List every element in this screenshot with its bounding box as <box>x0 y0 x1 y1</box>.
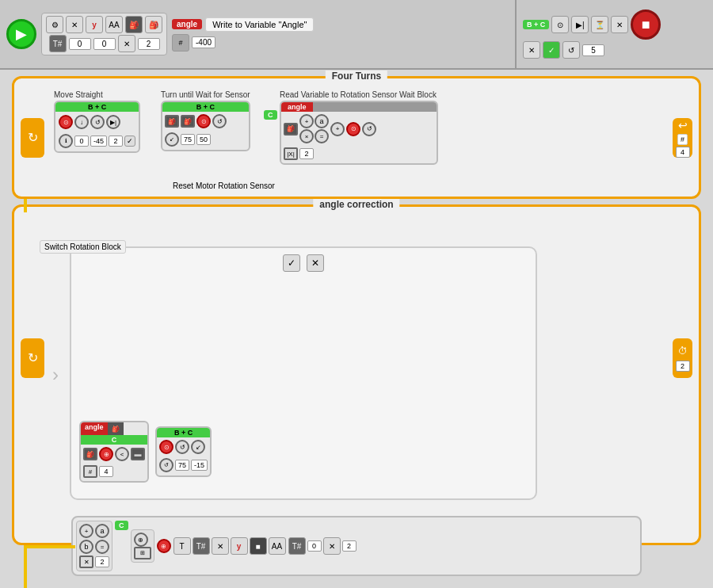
ai-brief-dark: 🎒 <box>109 422 123 435</box>
di-square[interactable]: ■ <box>250 537 267 555</box>
move-straight-block[interactable]: B + C ⊙ ↓ ↺ ▶| ℹ 0 -45 2 ✓ <box>54 101 140 153</box>
tb-num-0b[interactable]: 0 <box>93 38 116 50</box>
m2-ref: ↺ <box>159 458 173 472</box>
dg-plus: ⊕ <box>134 533 148 547</box>
reset-motor-label: Reset Motor Rotation Sensor <box>173 181 275 190</box>
stop-button[interactable]: ■ <box>631 10 661 40</box>
tu-arrow: ↺ <box>212 114 227 128</box>
tu-val-50[interactable]: 50 <box>196 134 211 145</box>
play-button[interactable]: ▶ <box>6 19 36 49</box>
display-block[interactable]: Display Motor Rotation Sensor + a b = ✕ … <box>71 516 642 576</box>
dn-val-2[interactable]: 2 <box>342 540 356 552</box>
rt-num-5[interactable]: 5 <box>582 44 604 56</box>
ac-time: ⏱ <box>676 344 690 358</box>
di-y[interactable]: y <box>231 537 248 555</box>
tb-icon-1[interactable]: ⚙ <box>46 16 63 33</box>
angle-inner-block[interactable]: angle 🎒 C 🎒 ⊕ < ▬ # 4 <box>79 421 149 483</box>
ms-val-2[interactable]: 2 <box>109 136 123 147</box>
switch-inner-blocks: angle 🎒 C 🎒 ⊕ < ▬ # 4 <box>79 421 212 483</box>
disp-math-val: ✕ 2 <box>79 556 109 568</box>
rt-check[interactable]: ✓ <box>543 41 560 59</box>
turn-header-bc: B + C <box>162 102 249 112</box>
read-variable-label: Read Variable to Rotation Sensor Wait Bl… <box>280 90 438 99</box>
turn-until-block[interactable]: B + C 🎒 🎒 ⊙ ↺ ↙ 75 50 <box>161 101 250 151</box>
disp-math-grid: + a b = <box>79 524 109 554</box>
m2-rot: ↙ <box>191 440 205 454</box>
dm-num-2[interactable]: 2 <box>95 556 109 567</box>
ms-check[interactable]: ✓ <box>124 136 135 147</box>
ac-right-connector: ⏱ 2 <box>673 338 692 378</box>
tb-icon-aa[interactable]: AA <box>105 16 123 33</box>
di-aa[interactable]: AA <box>269 537 286 555</box>
ac-val-2[interactable]: 2 <box>676 361 690 372</box>
x-button[interactable]: ✕ <box>307 254 324 272</box>
angle-inner-body: 🎒 ⊕ < ▬ <box>81 445 147 464</box>
rt-x2[interactable]: ✕ <box>523 41 540 59</box>
read-variable-block[interactable]: angle 🎒 + a × = + ⊙ ↺ |X| <box>280 101 438 165</box>
di-hash[interactable]: T# <box>193 537 210 555</box>
dn-x2[interactable]: ✕ <box>323 537 341 555</box>
m2-val-neg15[interactable]: -15 <box>191 460 208 471</box>
wire-v1 <box>24 199 27 212</box>
move2-block[interactable]: B + C ⊙ ↺ ↙ ↺ 75 -15 <box>155 426 212 477</box>
tb-icon-3[interactable]: 🎒 <box>145 16 162 33</box>
main-canvas: Four Turns ↻ Move Straight B + C ⊙ ↓ ↺ ▶… <box>0 70 713 588</box>
read-var-headers: angle <box>281 102 437 112</box>
tb-icon-y[interactable]: y <box>86 16 103 33</box>
switch-rotation-label: Switch Rotation Block <box>40 240 126 254</box>
lr-num4[interactable]: 4 <box>676 147 690 158</box>
disp-num-row: T# 0 ✕ 2 <box>288 537 356 555</box>
rv-angle-tag: angle <box>281 102 313 112</box>
four-turns-loop: Four Turns ↻ Move Straight B + C ⊙ ↓ ↺ ▶… <box>12 76 701 199</box>
toolbar-block-1: ⚙ ✕ y AA 🎒 🎒 T# 0 0 ✕ 2 <box>41 13 167 55</box>
tu-brief: 🎒 <box>165 115 179 128</box>
move2-body: ⊙ ↺ ↙ <box>157 437 210 456</box>
rt-hourglass[interactable]: ⏳ <box>591 16 608 33</box>
angle-inner-dark: 🎒 <box>108 422 124 435</box>
move-straight-label: Move Straight <box>54 90 140 99</box>
ai-val-4[interactable]: 4 <box>99 466 113 477</box>
angle-inner-c: C <box>81 435 147 445</box>
tb-hash[interactable]: # <box>172 34 189 52</box>
tu-brief2: 🎒 <box>181 115 195 128</box>
dn-t[interactable]: T# <box>288 537 306 555</box>
disp-c-tag: C <box>115 521 128 530</box>
rv-mul: × <box>299 129 314 143</box>
top-toolbar-right: B + C ⊙ ▶| ⏳ ✕ ■ ✕ ✓ ↺ 5 <box>515 0 713 70</box>
dm-b: b <box>79 540 93 554</box>
disp-icons-row: T T# ✕ y ■ AA <box>173 537 286 555</box>
rv-a: a <box>315 114 329 128</box>
tb-num-2[interactable]: 2 <box>138 38 160 50</box>
wire-h1 <box>24 545 75 548</box>
dn-val-0[interactable]: 0 <box>307 540 322 552</box>
ms-val-neg45[interactable]: -45 <box>90 136 107 147</box>
read-var-body: 🎒 + a × = + ⊙ ↺ <box>281 112 437 146</box>
rt-refresh[interactable]: ↺ <box>562 41 580 59</box>
check-button[interactable]: ✓ <box>283 254 300 272</box>
top-toolbar-left: ▶ ⚙ ✕ y AA 🎒 🎒 T# 0 0 ✕ 2 angle Write to… <box>0 0 523 70</box>
ms-icon1: ⊙ <box>59 115 73 129</box>
ms-val-0[interactable]: 0 <box>74 136 89 147</box>
m2-val-75[interactable]: 75 <box>175 460 189 471</box>
tb-icon-t[interactable]: T# <box>49 35 67 52</box>
rt-play[interactable]: ▶| <box>571 16 589 33</box>
rv-absbar: |X| <box>284 147 298 160</box>
check-x-row: ✓ ✕ <box>283 254 324 272</box>
rv-eq: = <box>315 129 329 143</box>
tb-num-0a[interactable]: 0 <box>69 38 91 50</box>
tb-icon-2[interactable]: ✕ <box>66 16 83 33</box>
rt-x[interactable]: ✕ <box>611 16 628 33</box>
rv-val-2[interactable]: 2 <box>299 148 314 159</box>
c-separator: C <box>264 110 277 120</box>
rv-brief: 🎒 <box>284 123 298 136</box>
tb-neg400[interactable]: -400 <box>192 36 215 48</box>
di-x[interactable]: ✕ <box>212 537 229 555</box>
dm-plus: + <box>79 524 93 538</box>
rt-steering[interactable]: ⊙ <box>551 16 569 33</box>
di-t[interactable]: T <box>173 537 191 555</box>
disp-grid-section: ⊕ ⊞ <box>131 529 154 563</box>
tu-val-75[interactable]: 75 <box>181 134 195 145</box>
dm-x: ✕ <box>79 556 93 568</box>
tb-briefcase[interactable]: 🎒 <box>125 16 143 33</box>
rv-plus: + <box>299 114 314 128</box>
